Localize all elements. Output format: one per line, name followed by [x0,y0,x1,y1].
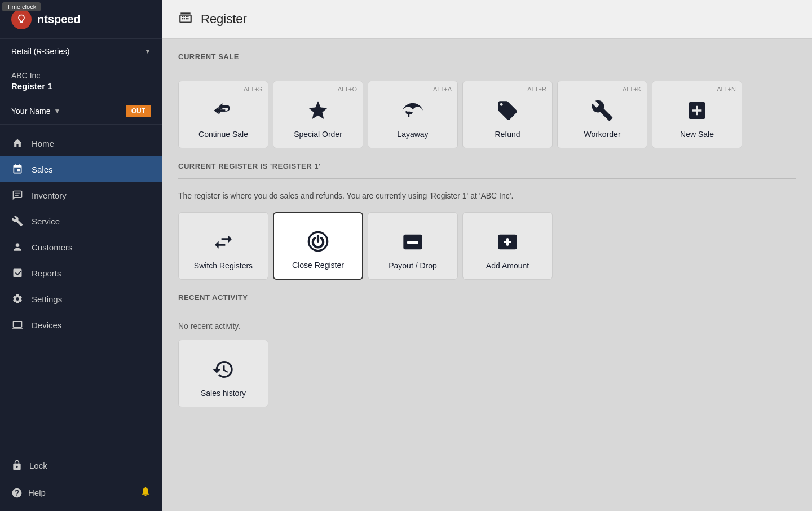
customers-icon [11,241,24,253]
time-clock-badge: Time clock [2,2,41,11]
sidebar-item-sales[interactable]: Sales [0,156,162,182]
user-name-area[interactable]: Your Name ▼ [11,107,60,116]
payout-drop-card[interactable]: Payout / Drop [368,212,458,280]
sidebar-item-inventory-label: Inventory [32,191,67,200]
sidebar-item-customers-label: Customers [32,243,73,252]
layaway-card[interactable]: ALT+A Layaway [368,81,458,148]
switch-registers-label: Switch Registers [194,261,253,270]
lock-button[interactable]: Lock [0,452,162,479]
refund-shortcut: ALT+R [527,86,546,92]
notification-button[interactable] [133,479,158,506]
sidebar-item-sales-label: Sales [32,165,53,174]
sidebar-item-home-label: Home [32,139,54,148]
new-sale-icon [686,99,708,125]
sidebar-item-devices-label: Devices [32,320,61,330]
layaway-label: Layaway [397,130,428,139]
special-order-shortcut: ALT+O [338,86,357,92]
add-amount-card[interactable]: Add Amount [462,212,553,280]
store-selector-label: Retail (R-Series) [11,47,69,56]
sales-history-icon [212,358,235,384]
add-amount-label: Add Amount [486,261,529,270]
nav-items: Home Sales Inventory Service Customers [0,125,162,447]
help-button[interactable]: Help [5,481,52,505]
close-register-label: Close Register [292,261,344,270]
sidebar-item-home[interactable]: Home [0,130,162,156]
sidebar-footer: Lock Help [0,447,162,511]
settings-icon [11,293,24,305]
register-info-text: The register is where you do sales and r… [178,190,796,202]
sidebar-item-devices[interactable]: Devices [0,312,162,338]
devices-icon [11,319,24,331]
sidebar-item-customers[interactable]: Customers [0,234,162,260]
page-title: Register [201,12,247,27]
svg-rect-4 [407,241,418,244]
logo-text: ntspeed [37,13,81,26]
sidebar-item-settings-label: Settings [32,294,62,304]
recent-activity-cards: Sales history [178,340,796,407]
service-icon [11,215,24,227]
chevron-down-icon: ▼ [144,47,151,55]
add-amount-icon [496,231,519,257]
register-icon [178,10,193,28]
current-sale-heading: CURRENT SALE [178,52,796,61]
help-row: Help [0,479,162,506]
page-header: Register [162,0,812,39]
sales-history-label: Sales history [201,389,246,398]
current-sale-divider [178,69,796,69]
special-order-card[interactable]: ALT+O Special Order [273,81,363,148]
workorder-shortcut: ALT+K [623,86,641,92]
layaway-icon [401,99,424,125]
svg-rect-1 [15,195,19,196]
logo-icon [11,9,32,29]
sidebar-item-settings[interactable]: Settings [0,286,162,312]
continue-sale-icon [212,99,235,125]
sidebar-item-service[interactable]: Service [0,208,162,234]
refund-card[interactable]: ALT+R Refund [462,81,553,148]
inventory-icon [11,189,24,201]
close-register-card[interactable]: Close Register [273,212,363,280]
reports-icon [11,267,24,279]
sidebar-item-reports-label: Reports [32,268,61,278]
switch-registers-card[interactable]: Switch Registers [178,212,268,280]
continue-sale-label: Continue Sale [198,130,248,139]
main-content: Register CURRENT SALE ALT+S Continue Sal… [162,0,812,511]
special-order-icon [307,99,329,125]
new-sale-shortcut: ALT+N [717,86,736,92]
recent-activity-heading: RECENT ACTIVITY [178,293,796,302]
workorder-icon [591,99,614,125]
special-order-label: Special Order [294,130,342,139]
current-register-heading: CURRENT REGISTER IS 'REGISTER 1' [178,162,796,170]
store-info: ABC Inc Register 1 [0,64,162,98]
payout-drop-label: Payout / Drop [389,261,437,270]
recent-activity-divider [178,310,796,310]
svg-rect-0 [15,193,20,194]
sales-history-card[interactable]: Sales history [178,340,268,407]
sidebar: ntspeed Retail (R-Series) ▼ ABC Inc Regi… [0,0,162,511]
user-info: Your Name ▼ OUT [0,98,162,125]
register-name: Register 1 [11,81,151,91]
current-register-divider [178,178,796,179]
sales-icon [11,163,24,175]
workorder-card[interactable]: ALT+K Workorder [557,81,647,148]
store-name: ABC Inc [11,71,151,80]
sidebar-item-reports[interactable]: Reports [0,260,162,286]
new-sale-card[interactable]: ALT+N New Sale [652,81,742,148]
refund-icon [496,99,519,125]
switch-registers-icon [212,231,235,257]
help-label: Help [28,488,46,497]
user-name-text: Your Name [11,107,51,116]
current-sale-cards: ALT+S Continue Sale ALT+O Special Order … [178,81,796,148]
sidebar-item-inventory[interactable]: Inventory [0,182,162,208]
no-activity-text: No recent activity. [178,321,796,331]
new-sale-label: New Sale [680,130,714,139]
workorder-label: Workorder [584,130,620,139]
lock-label: Lock [29,461,47,470]
home-icon [11,137,24,149]
sidebar-item-service-label: Service [32,217,60,226]
continue-sale-shortcut: ALT+S [244,86,262,92]
store-selector[interactable]: Retail (R-Series) ▼ [0,39,162,64]
close-register-icon [307,230,329,256]
refund-label: Refund [495,130,520,139]
continue-sale-card[interactable]: ALT+S Continue Sale [178,81,268,148]
out-badge[interactable]: OUT [126,105,151,117]
